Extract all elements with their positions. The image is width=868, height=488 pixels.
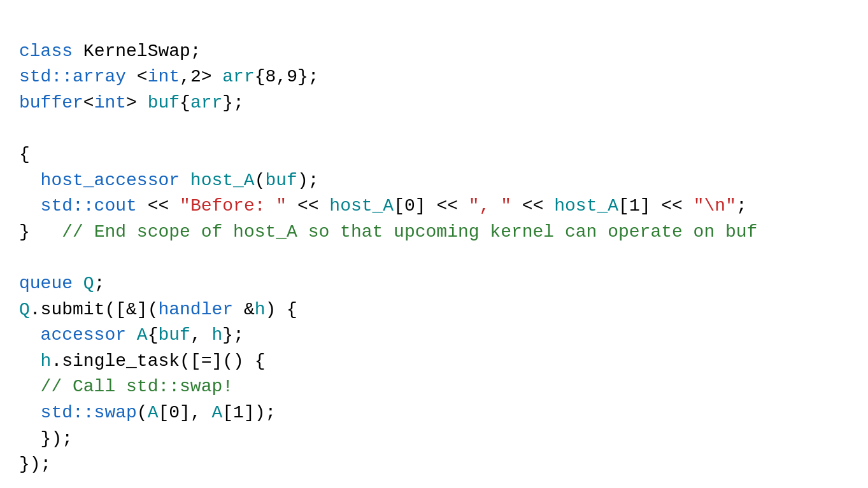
line-12: accessor A{buf, h};	[19, 325, 244, 345]
line-6: host_accessor host_A(buf);	[19, 171, 319, 190]
line-14: // Call std::swap!	[19, 377, 233, 396]
line-15: std::swap(A[0], A[1]);	[19, 403, 276, 422]
code-display: class KernelSwap; std::array <int,2> arr…	[19, 13, 849, 488]
line-11: Q.submit([&](handler &h) {	[19, 300, 297, 319]
line-2: std::array <int,2> arr{8,9};	[19, 67, 319, 87]
line-7: std::cout << "Before: " << host_A[0] << …	[19, 196, 747, 216]
line-10: queue Q;	[19, 274, 104, 293]
line-1: class KernelSwap;	[19, 41, 201, 61]
line-5: {	[19, 144, 30, 164]
line-17: });	[19, 454, 51, 474]
line-3: buffer<int> buf{arr};	[19, 93, 244, 113]
line-16: });	[19, 429, 73, 449]
line-13: h.single_task([=]() {	[19, 351, 265, 371]
line-8: } // End scope of host_A so that upcomin…	[19, 222, 757, 242]
